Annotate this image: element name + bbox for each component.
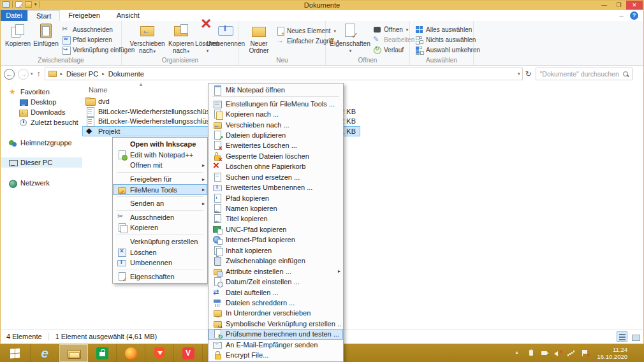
- menu-item[interactable]: Öffnen mit▸: [113, 160, 207, 171]
- details-view-button[interactable]: [617, 331, 627, 342]
- menu-item[interactable]: Prüfsumme berechnen und testen ...: [209, 329, 343, 339]
- breadcrumb-item[interactable]: Dokumente: [108, 70, 144, 78]
- minimize-ribbon-icon[interactable]: ︿: [619, 12, 624, 19]
- search-icon[interactable]: [622, 71, 629, 78]
- menu-item[interactable]: Datei aufteilen ...: [209, 287, 343, 297]
- expand-tray-icon[interactable]: [514, 349, 522, 357]
- search-box[interactable]: "Dokumente" durchsuchen: [536, 68, 633, 80]
- taskbar-app-brave[interactable]: [145, 344, 174, 362]
- menu-item[interactable]: Erweitertes Löschen ...: [209, 140, 343, 150]
- menu-item[interactable]: Encrypt File...: [209, 350, 343, 360]
- rename-button[interactable]: Umbenennen: [212, 22, 239, 47]
- copy-path-button[interactable]: Pfad kopieren: [62, 35, 112, 45]
- menu-item[interactable]: Löschen ohne Papierkorb: [209, 161, 343, 171]
- minimize-button[interactable]: —: [597, 1, 611, 10]
- menu-item[interactable]: An E-Mail-Empfänger senden: [209, 340, 343, 350]
- tab-datei[interactable]: Datei: [1, 10, 27, 21]
- menu-item[interactable]: Dateien schreddern ...: [209, 298, 343, 308]
- sidebar-item-desktop[interactable]: Desktop: [1, 97, 82, 107]
- address-bar[interactable]: ▸Dieser PC▸Dokumente ▾: [45, 68, 523, 80]
- sidebar-item-zuletzt-besucht[interactable]: Zuletzt besucht: [1, 117, 82, 127]
- menu-item[interactable]: Edit with Notepad++: [113, 150, 207, 161]
- menu-item[interactable]: Gesperrte Dateien löschen: [209, 151, 343, 161]
- breadcrumb-chevron-icon[interactable]: ▸: [61, 71, 63, 76]
- menu-item[interactable]: Freigeben für▸: [113, 174, 207, 185]
- select-none-button[interactable]: Nichts auswählen: [415, 35, 476, 45]
- menu-item[interactable]: Zwischenablage einfügen: [209, 256, 343, 266]
- close-button[interactable]: ✕: [626, 1, 643, 10]
- invert-selection-button[interactable]: Auswahl umkehren: [415, 45, 480, 55]
- sidebar-item-downloads[interactable]: Downloads: [1, 107, 82, 117]
- help-icon[interactable]: ?: [630, 11, 638, 20]
- history-button[interactable]: Verlauf: [373, 45, 404, 55]
- menu-item[interactable]: FileMenu Tools▸: [113, 184, 207, 195]
- taskbar-app-file-explorer[interactable]: [59, 344, 88, 362]
- menu-item[interactable]: Verknüpfung erstellen: [113, 236, 207, 247]
- power-tray-icon[interactable]: [541, 349, 548, 357]
- menu-item[interactable]: Symbolische Verknüpfung erstellen ...: [209, 319, 343, 329]
- paste-button[interactable]: Einfügen: [33, 22, 59, 47]
- taskbar-app-firefox[interactable]: [117, 344, 145, 362]
- up-button[interactable]: ↑: [37, 69, 41, 78]
- tab-freigeben[interactable]: Freigeben: [60, 10, 108, 21]
- menu-item[interactable]: Titel kopieren: [209, 214, 343, 224]
- select-all-button[interactable]: Alles auswählen: [415, 25, 472, 34]
- tab-ansicht[interactable]: Ansicht: [108, 10, 148, 21]
- taskbar-clock[interactable]: 11:24 16.10.2020: [594, 346, 630, 360]
- menu-item[interactable]: UNC-Pfad kopieren: [209, 224, 343, 235]
- move-to-button[interactable]: Verschieben nach▾: [129, 22, 165, 55]
- thumbnails-view-button[interactable]: [629, 331, 640, 342]
- new-folder-button[interactable]: Neuer Ordner: [244, 22, 274, 54]
- menu-item[interactable]: Datum/Zeit einstellen ...: [209, 277, 343, 287]
- sidebar-item-dieser-pc[interactable]: Dieser PC: [1, 157, 82, 168]
- sidebar-item-netzwerk[interactable]: Netzwerk: [1, 178, 82, 188]
- menu-item[interactable]: Suchen und ersetzen ...: [209, 172, 343, 182]
- menu-item[interactable]: Einstellungen für FileMenu Tools ...: [209, 98, 343, 108]
- sidebar-item-heimnetzgruppe[interactable]: Heimnetzgruppe: [1, 138, 82, 148]
- menu-item[interactable]: Internet-Pfad kopieren: [209, 235, 343, 245]
- menu-item[interactable]: Eigenschaften: [113, 272, 207, 282]
- restore-button[interactable]: ❐: [611, 1, 626, 10]
- menu-item[interactable]: Löschen: [113, 247, 207, 257]
- taskbar-app-vivaldi[interactable]: V: [174, 344, 203, 362]
- network-signal-tray-icon[interactable]: [567, 349, 575, 357]
- history-dropdown-icon[interactable]: ▾: [31, 71, 33, 76]
- sidebar-item-favoriten[interactable]: Favoriten: [1, 87, 82, 97]
- copy-button[interactable]: Kopieren: [4, 22, 31, 47]
- edit-button[interactable]: Bearbeiten: [373, 35, 414, 45]
- menu-item[interactable]: Ausschneiden: [113, 212, 207, 223]
- menu-item[interactable]: Mit Notepad öffnen: [209, 85, 343, 95]
- usb-tray-icon[interactable]: [527, 349, 535, 357]
- properties-icon: [117, 272, 126, 281]
- open-button[interactable]: Öffnen▾: [373, 25, 408, 34]
- breadcrumb-item[interactable]: Dieser PC: [66, 70, 98, 78]
- action-flag-tray-icon[interactable]: [581, 349, 589, 357]
- menu-item[interactable]: Umbenennen: [113, 257, 207, 268]
- breadcrumb-chevron-icon[interactable]: ▸: [102, 71, 105, 76]
- menu-item[interactable]: Inhalt kopieren: [209, 245, 343, 256]
- menu-item[interactable]: Kopieren: [113, 222, 207, 233]
- menu-item[interactable]: Namen kopieren: [209, 203, 343, 214]
- cut-button[interactable]: Ausschneiden: [62, 25, 113, 34]
- menu-item[interactable]: Senden an▸: [113, 198, 207, 209]
- volume-muted-tray-icon[interactable]: [554, 349, 562, 357]
- menu-item[interactable]: Kopieren nach ...: [209, 109, 343, 119]
- menu-item[interactable]: Attribute einstellen ...▸: [209, 266, 343, 276]
- sort-ascending-icon[interactable]: ▲: [138, 82, 143, 87]
- menu-item[interactable]: Verschieben nach ...: [209, 119, 343, 129]
- taskbar-app-windows-store[interactable]: [88, 344, 117, 362]
- back-button[interactable]: ←: [4, 69, 15, 80]
- address-dropdown-icon[interactable]: ▾: [518, 71, 520, 76]
- taskbar-app-internet-explorer[interactable]: e: [31, 344, 59, 362]
- tab-start[interactable]: Start: [27, 10, 60, 21]
- forward-button[interactable]: →: [18, 69, 29, 80]
- refresh-icon[interactable]: ↻: [525, 69, 532, 78]
- menu-item[interactable]: In Unterordner verschieben: [209, 308, 343, 318]
- menu-item[interactable]: Erweitertes Umbenennen ...: [209, 182, 343, 192]
- copy-to-button[interactable]: Kopieren nach▾: [166, 22, 196, 55]
- properties-button[interactable]: Eigenschaften ▾: [332, 22, 368, 54]
- menu-item[interactable]: Pfad kopieren: [209, 192, 343, 203]
- taskbar-app-start[interactable]: [0, 344, 31, 362]
- menu-item[interactable]: Dateien duplizieren: [209, 130, 343, 140]
- menu-item[interactable]: Open with Inkscape: [113, 139, 207, 150]
